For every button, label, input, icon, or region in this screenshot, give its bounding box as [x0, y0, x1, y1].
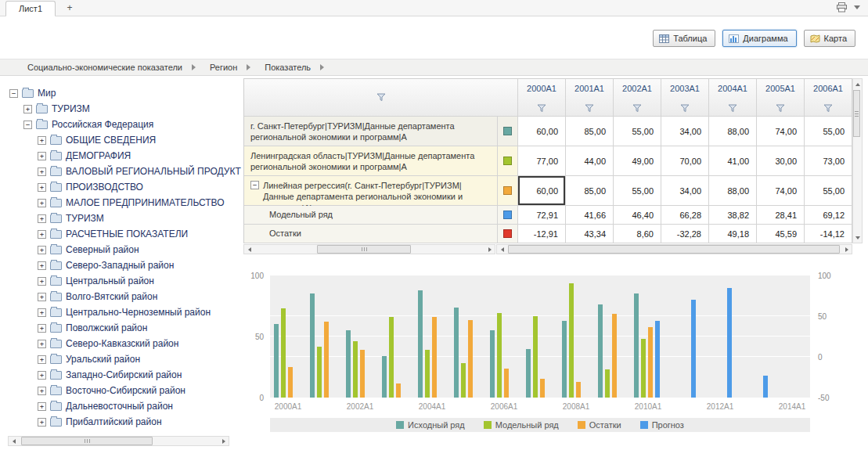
- sheet-tab[interactable]: Лист1: [5, 1, 56, 16]
- tree-item[interactable]: +ОБЩИЕ СВЕДЕНИЯ: [9, 132, 241, 148]
- new-sheet-button[interactable]: +: [63, 2, 77, 15]
- tree-item[interactable]: +Уральский район: [9, 351, 241, 367]
- tree-item[interactable]: +ТУРИЗМ: [9, 211, 241, 226]
- expand-icon[interactable]: +: [38, 277, 46, 286]
- tree-item[interactable]: +Центрально-Черноземный район: [9, 304, 241, 320]
- map-view-button[interactable]: Карта: [804, 30, 855, 47]
- tree-item[interactable]: +ТУРИЗМ: [9, 101, 241, 117]
- expand-icon[interactable]: +: [38, 308, 46, 317]
- expand-icon[interactable]: +: [38, 261, 46, 270]
- filter-icon[interactable]: [823, 104, 833, 113]
- tree-item[interactable]: +Западно-Сибирский район: [9, 367, 241, 383]
- tree-item[interactable]: +Центральный район: [9, 273, 241, 289]
- grid-hscrollbar-data[interactable]: [496, 244, 852, 254]
- row-header[interactable]: −Линейная регрессия(г. Санкт-Петербург|Т…: [244, 176, 498, 206]
- scroll-left-button[interactable]: [244, 245, 254, 254]
- tree-item[interactable]: +Дальневосточный район: [9, 398, 241, 414]
- tree-item[interactable]: +РАСЧЕТНЫЕ ПОКАЗАТЕЛИ: [9, 226, 241, 242]
- tree-item[interactable]: +ДЕМОГРАФИЯ: [9, 148, 241, 164]
- table-cell[interactable]: 8,60: [614, 225, 661, 243]
- column-header[interactable]: 2005A1: [757, 79, 805, 117]
- expand-icon[interactable]: +: [38, 402, 46, 411]
- filter-icon[interactable]: [776, 104, 785, 113]
- expand-icon[interactable]: +: [38, 167, 46, 176]
- expand-icon[interactable]: +: [38, 293, 46, 301]
- scrollbar-thumb[interactable]: [853, 90, 860, 137]
- expand-icon[interactable]: +: [38, 246, 46, 254]
- tree-item[interactable]: +ВАЛОВЫЙ РЕГИОНАЛЬНЫЙ ПРОДУКТ: [9, 164, 241, 179]
- table-cell[interactable]: 77,00: [518, 146, 566, 176]
- table-cell[interactable]: 55,00: [805, 117, 852, 146]
- table-cell[interactable]: 30,00: [757, 146, 805, 176]
- table-cell[interactable]: 72,91: [518, 206, 566, 225]
- table-cell[interactable]: 69,12: [805, 206, 852, 225]
- table-cell[interactable]: 45,59: [757, 225, 805, 243]
- table-cell[interactable]: 60,00: [518, 117, 566, 146]
- tree-item[interactable]: −Мир: [9, 85, 241, 101]
- table-cell[interactable]: 44,00: [566, 146, 614, 176]
- table-cell[interactable]: 28,41: [757, 206, 805, 225]
- column-header[interactable]: 2001A1: [566, 79, 614, 117]
- expand-icon[interactable]: +: [38, 418, 46, 427]
- table-cell[interactable]: 55,00: [614, 117, 661, 146]
- table-cell[interactable]: 43,34: [566, 225, 614, 243]
- tree-item[interactable]: +Северный район: [9, 242, 241, 257]
- expand-icon[interactable]: +: [38, 230, 46, 239]
- row-header[interactable]: Модельный ряд: [244, 206, 498, 225]
- tree-item[interactable]: +Прибалтийский район: [9, 414, 241, 430]
- column-header[interactable]: 2004A1: [709, 79, 757, 117]
- table-cell[interactable]: 38,82: [709, 206, 757, 225]
- scrollbar-track[interactable]: [507, 245, 841, 254]
- breadcrumb-item[interactable]: Показатель: [265, 63, 311, 72]
- table-cell[interactable]: 88,00: [709, 176, 757, 206]
- collapse-icon[interactable]: −: [23, 121, 32, 129]
- tree-item[interactable]: +Восточно-Сибирский район: [9, 383, 241, 398]
- table-cell[interactable]: 55,00: [614, 176, 661, 206]
- tree-item[interactable]: +ПРОИЗВОДСТВО: [9, 179, 241, 195]
- table-cell[interactable]: 34,00: [661, 117, 709, 146]
- scrollbar-track[interactable]: [19, 437, 218, 445]
- scrollbar-track[interactable]: [254, 245, 484, 254]
- table-cell[interactable]: -32,28: [661, 225, 709, 243]
- breadcrumb-item[interactable]: Регион: [210, 63, 237, 72]
- expand-icon[interactable]: +: [38, 183, 46, 192]
- scroll-right-button[interactable]: [841, 245, 852, 254]
- table-cell[interactable]: 46,40: [614, 206, 661, 225]
- table-cell[interactable]: 70,00: [661, 146, 709, 176]
- dropdown-caret-icon[interactable]: [854, 5, 860, 9]
- table-cell[interactable]: -14,12: [805, 225, 852, 243]
- scroll-left-button[interactable]: [9, 437, 19, 445]
- table-cell[interactable]: 74,00: [757, 117, 805, 146]
- scroll-up-button[interactable]: [852, 80, 863, 88]
- table-cell[interactable]: 49,00: [614, 146, 661, 176]
- filter-icon[interactable]: [680, 104, 690, 113]
- tree-item[interactable]: +Волго-Вятский район: [9, 289, 241, 304]
- column-header[interactable]: 2000A1: [518, 79, 566, 117]
- collapse-icon[interactable]: −: [9, 89, 18, 98]
- scroll-right-button[interactable]: [484, 245, 495, 254]
- table-cell[interactable]: 60,00: [518, 176, 566, 206]
- tree-item[interactable]: +МАЛОЕ ПРЕДПРИНИМАТЕЛЬСТВО: [9, 195, 241, 211]
- expand-icon[interactable]: +: [38, 136, 46, 145]
- table-view-button[interactable]: Таблица: [653, 30, 715, 47]
- table-cell[interactable]: 41,66: [566, 206, 614, 225]
- breadcrumb-item[interactable]: Социально-экономические показатели: [27, 63, 182, 72]
- chart-view-button[interactable]: Диаграмма: [722, 30, 796, 47]
- tree-item[interactable]: −Российская Федерация: [9, 117, 241, 132]
- expand-icon[interactable]: +: [38, 340, 46, 348]
- table-cell[interactable]: 49,18: [709, 225, 757, 243]
- expand-icon[interactable]: +: [38, 371, 46, 380]
- table-cell[interactable]: 85,00: [566, 176, 614, 206]
- print-icon[interactable]: [836, 2, 848, 13]
- filter-icon[interactable]: [728, 104, 737, 113]
- table-cell[interactable]: -12,91: [518, 225, 566, 243]
- expand-icon[interactable]: +: [38, 199, 46, 207]
- column-header[interactable]: 2003A1: [661, 79, 709, 117]
- tree-hscrollbar[interactable]: [8, 436, 229, 446]
- grid-hscrollbar-fixed[interactable]: [243, 244, 495, 254]
- table-cell[interactable]: 41,00: [709, 146, 757, 176]
- expand-icon[interactable]: +: [38, 214, 46, 223]
- filter-icon[interactable]: [632, 104, 642, 113]
- expand-icon[interactable]: +: [38, 324, 46, 333]
- table-cell[interactable]: 88,00: [709, 117, 757, 146]
